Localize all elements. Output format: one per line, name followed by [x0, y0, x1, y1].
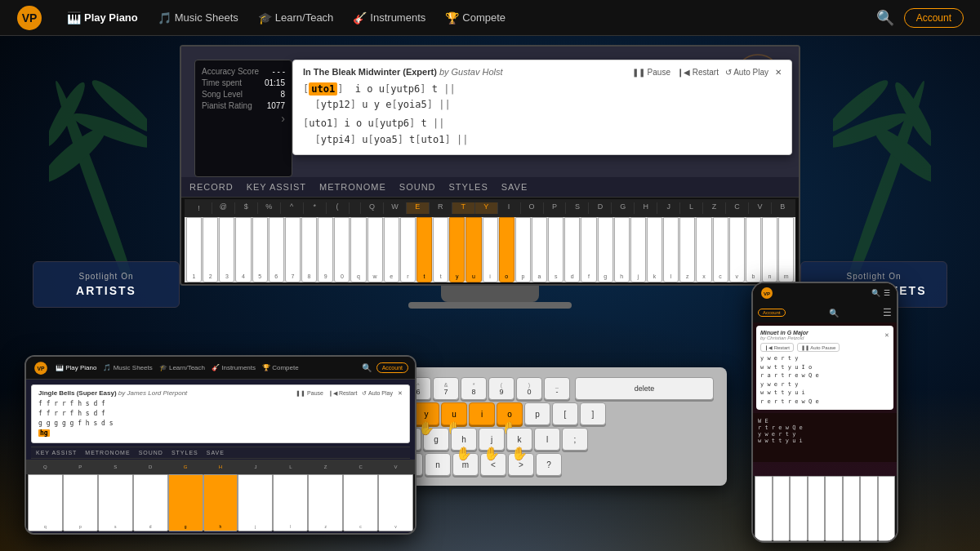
tablet-key-assist-btn[interactable]: KEY ASSIST [36, 450, 77, 455]
kb-key-k[interactable]: k ✋ [506, 428, 532, 451]
white-key-k[interactable]: k [647, 217, 662, 282]
kb-key-l[interactable]: l [534, 428, 560, 451]
tablet-save-btn[interactable]: SAVE [207, 450, 225, 455]
key-J[interactable]: J [657, 202, 680, 214]
white-key-7[interactable]: 7 [285, 217, 301, 282]
white-key-h[interactable]: h [614, 217, 630, 282]
white-key-l[interactable]: l [663, 217, 679, 282]
key-G[interactable]: G [612, 202, 635, 214]
phone-key-e[interactable] [773, 476, 791, 541]
key-Q[interactable]: Q [361, 202, 384, 214]
key-W[interactable]: W [384, 202, 407, 214]
white-key-u[interactable]: u [466, 217, 481, 282]
white-key-c[interactable]: c [713, 217, 728, 282]
white-key-g[interactable]: g [598, 217, 613, 282]
key-D[interactable]: D [589, 202, 612, 214]
phone-search-icon[interactable]: 🔍 [871, 289, 880, 297]
kb-key-y[interactable]: y ✋ [413, 402, 439, 425]
kb-key-n[interactable]: n [425, 453, 451, 476]
white-key-d[interactable]: d [564, 217, 580, 282]
white-key-o[interactable]: o [499, 217, 514, 282]
tablet-key-h[interactable]: h [203, 474, 238, 531]
phone-key-i[interactable] [860, 476, 878, 541]
key-assist-button[interactable]: KEY ASSIST [247, 182, 306, 192]
tablet-close-btn[interactable]: ✕ [398, 390, 403, 397]
tablet-key-c[interactable]: c [343, 474, 378, 531]
white-key-9[interactable]: 9 [318, 217, 333, 282]
key-Z[interactable]: Z [703, 202, 726, 214]
white-key-r[interactable]: r [400, 217, 416, 282]
expand-arrow[interactable]: › [281, 112, 285, 125]
nav-item-instruments[interactable]: 🎸 Instruments [345, 8, 434, 28]
white-key-6[interactable]: 6 [269, 217, 284, 282]
tablet-metronome-btn[interactable]: METRONOME [85, 450, 130, 455]
white-key-f[interactable]: f [581, 217, 596, 282]
kb-key-u[interactable]: u ✋ [441, 402, 467, 425]
phone-account-btn[interactable]: Account [758, 309, 786, 317]
search-icon[interactable]: 🔍 [876, 9, 894, 27]
white-key-2[interactable]: 2 [203, 217, 218, 282]
tablet-key-s[interactable]: s [98, 474, 133, 531]
white-key-m[interactable]: m [778, 217, 794, 282]
white-key-q[interactable]: q [350, 217, 366, 282]
key-R[interactable]: R [430, 202, 452, 214]
tablet-nav-compete[interactable]: 🏆 Compete [262, 364, 299, 371]
white-key-3[interactable]: 3 [219, 217, 234, 282]
key-P[interactable]: P [544, 202, 567, 214]
tablet-key-g[interactable]: g [168, 474, 203, 531]
white-key-x[interactable]: x [696, 217, 711, 282]
tablet-pause-btn[interactable]: ❚❚ Pause [296, 390, 323, 397]
key-symbol-5[interactable]: ^ [281, 202, 304, 214]
tablet-sound-btn[interactable]: SOUND [139, 450, 163, 455]
logo[interactable]: VP [16, 5, 42, 31]
kb-key--[interactable]: _ - [544, 377, 570, 400]
phone-key-r[interactable] [790, 476, 808, 541]
close-button[interactable]: ✕ [775, 68, 782, 77]
white-key-i[interactable]: i [483, 217, 498, 282]
key-S[interactable]: S [566, 202, 589, 214]
tablet-styles-btn[interactable]: STYLES [172, 450, 198, 455]
phone-close-btn[interactable]: ✕ [884, 332, 889, 339]
sound-button[interactable]: SOUND [399, 182, 436, 192]
key-H[interactable]: H [635, 202, 657, 214]
tablet-search-icon[interactable]: 🔍 [362, 363, 372, 372]
key-V[interactable]: V [749, 202, 772, 214]
key-symbol-2[interactable]: @ [212, 202, 235, 214]
tablet-nav-instruments[interactable]: 🎸 Instruments [212, 364, 256, 371]
kb-key-)[interactable]: ) 0 [516, 377, 542, 400]
tablet-restart-btn[interactable]: ❙◀ Restart [328, 390, 358, 397]
tablet-nav-play-piano[interactable]: 🎹 Play Piano [56, 364, 96, 371]
kb-key-o[interactable]: o ✋ [497, 402, 523, 425]
phone-pause-btn[interactable]: ❚❚ Auto Pause [797, 343, 840, 352]
tablet-key-p[interactable]: p [63, 474, 98, 531]
phone-key-u[interactable] [843, 476, 861, 541]
kb-key-h[interactable]: h ✋ [451, 428, 477, 451]
white-key-p[interactable]: p [515, 217, 531, 282]
kb-key-;[interactable]: ; [562, 428, 588, 451]
white-key-b[interactable]: b [746, 217, 761, 282]
spotlight-artists[interactable]: Spotlight On ARTISTS [33, 261, 180, 308]
phone-key-o[interactable] [878, 476, 896, 541]
white-key-j[interactable]: j [630, 217, 646, 282]
nav-item-compete[interactable]: 🏆 Compete [437, 8, 514, 28]
autoplay-button[interactable]: ↺ Auto Play [725, 68, 768, 77]
white-key-t2[interactable]: t [433, 217, 448, 282]
tablet-key-q[interactable]: q [28, 474, 63, 531]
key-symbol-4[interactable]: % [258, 202, 281, 214]
white-key-a[interactable]: a [532, 217, 547, 282]
kb-key-&[interactable]: & 7 [433, 377, 459, 400]
key-symbol-7[interactable]: ( [327, 202, 350, 214]
white-key-4[interactable]: 4 [235, 217, 251, 282]
white-key-s[interactable]: s [548, 217, 564, 282]
tablet-key-z[interactable]: z [308, 474, 343, 531]
phone-key-t[interactable] [808, 476, 826, 541]
key-B[interactable]: B [772, 202, 794, 214]
white-key-z[interactable]: z [679, 217, 695, 282]
tablet-key-d[interactable]: d [133, 474, 168, 531]
nav-item-learn-teach[interactable]: 🎓 Learn/Teach [250, 8, 342, 28]
key-Y[interactable]: Y [475, 202, 498, 214]
white-key-0[interactable]: 0 [334, 217, 350, 282]
styles-button[interactable]: STYLES [449, 182, 488, 192]
kb-key-?[interactable]: ? [536, 453, 562, 476]
white-key-y[interactable]: y [449, 217, 465, 282]
